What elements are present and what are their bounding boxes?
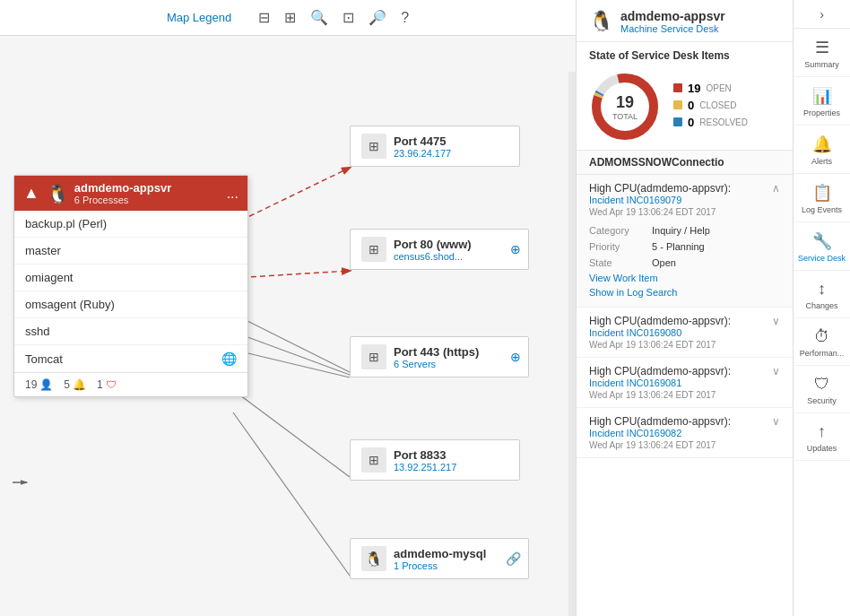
nav-forward-arrow[interactable]: › — [794, 0, 850, 29]
show-log-search-link[interactable]: Show in Log Search — [589, 285, 780, 299]
process-panel-header: ▲ 🐧 admdemo-appsvr 6 Processes ... — [14, 176, 247, 211]
node-inner: ⊞ Port 443 (https) 6 Servers — [361, 344, 517, 369]
node-icon: ⊞ — [361, 134, 386, 159]
donut-label: TOTAL — [612, 112, 638, 121]
service-desk-label: Service Desk — [798, 254, 846, 263]
incident-2-chevron[interactable]: ∨ — [772, 315, 780, 327]
nav-item-log-events[interactable]: 📋 Log Events — [794, 174, 850, 222]
list-item[interactable]: backup.pl (Perl) — [14, 211, 247, 238]
nav-item-performance[interactable]: ⏱ Performan... — [794, 318, 850, 366]
detail-row-state: State Open — [589, 255, 780, 271]
incident-4-name: High CPU(admdemo-appsvr): — [589, 415, 731, 428]
legend-closed: 0 CLOSED — [673, 99, 780, 112]
db-link-icon[interactable]: 🔗 — [506, 551, 521, 566]
alert-icon: 🔔 — [73, 378, 86, 391]
node-info: Port 443 (https) 6 Servers — [394, 345, 479, 369]
node-title: Port 80 (www) — [394, 238, 472, 251]
node-port-443[interactable]: ⊞ Port 443 (https) 6 Servers ⊕ — [350, 336, 529, 377]
donut-section: 19 TOTAL 19 OPEN 0 CLOSED 0 RESOLVED — [577, 65, 793, 150]
node-info: Port 4475 23.96.24.177 — [394, 134, 451, 159]
map-legend-title: Map Legend — [167, 11, 231, 24]
closed-dot — [673, 100, 682, 109]
right-panel-title-info: admdemo-appsvr Machine Service Desk — [620, 9, 725, 34]
svg-line-0 — [233, 168, 350, 224]
node-icon: ⊞ — [361, 237, 386, 262]
changes-label: Changes — [805, 301, 837, 310]
list-item[interactable]: Tomcat 🌐 — [14, 345, 247, 372]
minimize-icon[interactable]: ⊟ — [258, 9, 270, 26]
list-item[interactable]: omiagent — [14, 265, 247, 291]
node-mysql[interactable]: 🐧 admdemo-mysql 1 Process 🔗 — [350, 538, 529, 579]
incidents-scroll[interactable]: ADMOMSSNOWConnectio High CPU(admdemo-app… — [577, 150, 793, 616]
map-scrollbar[interactable] — [568, 72, 576, 616]
incident-4-number: Incident INC0169082 — [589, 428, 731, 438]
list-item[interactable]: sshd — [14, 318, 247, 345]
alerts-label: Alerts — [811, 157, 832, 166]
nav-item-alerts[interactable]: 🔔 Alerts — [794, 126, 850, 174]
node-icon: 🐧 — [361, 546, 386, 571]
maximize-icon[interactable]: ⊞ — [284, 9, 296, 26]
incident-3-name: High CPU(admdemo-appsvr): — [589, 365, 731, 377]
nav-item-properties[interactable]: 📊 Properties — [794, 77, 850, 126]
summary-label: Summary — [804, 60, 839, 69]
incident-1-date: Wed Apr 19 13:06:24 EDT 2017 — [589, 207, 731, 217]
priority-label: Priority — [589, 241, 652, 252]
node-subtitle: 23.96.24.177 — [394, 148, 451, 159]
globe-icon: 🌐 — [221, 351, 237, 366]
incident-item-3[interactable]: High CPU(admdemo-appsvr): Incident INC01… — [577, 358, 793, 408]
incident-3-chevron[interactable]: ∨ — [772, 365, 780, 377]
closed-label: CLOSED — [699, 100, 736, 110]
process-collapse-icon[interactable]: ▲ — [23, 184, 39, 203]
incident-4-chevron[interactable]: ∨ — [772, 415, 780, 428]
process-panel-title: admdemo-appsvr — [74, 181, 171, 195]
nav-item-summary[interactable]: ☰ Summary — [794, 29, 850, 77]
right-panel-name: admdemo-appsvr — [620, 9, 725, 23]
external-link-icon[interactable]: ⊕ — [510, 350, 521, 364]
nav-item-changes[interactable]: ↕ Changes — [794, 271, 850, 318]
properties-label: Properties — [803, 108, 840, 117]
nav-item-updates[interactable]: ↑ Updates — [794, 413, 850, 461]
list-item[interactable]: omsagent (Ruby) — [14, 291, 247, 318]
badge-count2: 5 🔔 — [64, 378, 86, 391]
nav-item-service-desk[interactable]: 🔧 Service Desk — [794, 222, 850, 271]
svg-line-6 — [233, 412, 350, 576]
detail-row-priority: Priority 5 - Planning — [589, 239, 780, 255]
open-count: 19 — [688, 82, 700, 95]
right-panel-title-row: 🐧 admdemo-appsvr Machine Service Desk — [589, 9, 780, 34]
incident-item-1[interactable]: High CPU(admdemo-appsvr): Incident INC01… — [577, 175, 793, 308]
view-work-item-link[interactable]: View Work Item — [589, 271, 780, 285]
properties-icon: 📊 — [812, 86, 832, 106]
incident-1-header: High CPU(admdemo-appsvr): Incident INC01… — [589, 182, 780, 217]
list-item[interactable]: master — [14, 238, 247, 265]
category-value: Inquiry / Help — [652, 225, 710, 236]
node-port-80[interactable]: ⊞ Port 80 (www) census6.shod... ⊕ — [350, 229, 529, 270]
zoom-in-icon[interactable]: 🔎 — [369, 9, 386, 26]
process-name: Tomcat — [25, 352, 63, 366]
incident-1-chevron[interactable]: ∧ — [772, 182, 780, 195]
incident-item-4[interactable]: High CPU(admdemo-appsvr): Incident INC01… — [577, 408, 793, 458]
incident-2-name: High CPU(admdemo-appsvr): — [589, 315, 731, 327]
fit-icon[interactable]: ⊡ — [343, 9, 354, 26]
help-icon[interactable]: ? — [401, 10, 409, 26]
changes-icon: ↕ — [818, 280, 826, 299]
legend-open: 19 OPEN — [673, 82, 780, 95]
node-port-8833[interactable]: ⊞ Port 8833 13.92.251.217 — [350, 439, 520, 481]
node-port-4475[interactable]: ⊞ Port 4475 23.96.24.177 — [350, 126, 520, 167]
node-subtitle: 13.92.251.217 — [394, 462, 456, 473]
incident-group-header: ADMOMSSNOWConnectio — [577, 151, 793, 175]
nav-sidebar: › ☰ Summary 📊 Properties 🔔 Alerts 📋 Log … — [793, 0, 850, 616]
state-value: Open — [652, 257, 676, 268]
incident-item-2[interactable]: High CPU(admdemo-appsvr): Incident INC01… — [577, 308, 793, 358]
process-name: master — [25, 244, 61, 257]
process-panel-subtitle: 6 Processes — [74, 195, 171, 205]
toolbar: Map Legend ⊟ ⊞ 🔍 ⊡ 🔎 ? — [0, 0, 576, 36]
resolved-count: 0 — [688, 116, 694, 129]
nav-item-security[interactable]: 🛡 Security — [794, 366, 850, 413]
incident-3-header: High CPU(admdemo-appsvr): Incident INC01… — [589, 365, 780, 400]
zoom-out-icon[interactable]: 🔍 — [310, 9, 328, 26]
toolbar-icons: ⊟ ⊞ 🔍 ⊡ 🔎 ? — [258, 9, 409, 26]
donut-chart: 19 TOTAL — [589, 71, 661, 143]
donut-center: 19 TOTAL — [612, 93, 638, 121]
process-panel-menu[interactable]: ... — [227, 186, 239, 202]
external-link-icon[interactable]: ⊕ — [510, 242, 521, 256]
